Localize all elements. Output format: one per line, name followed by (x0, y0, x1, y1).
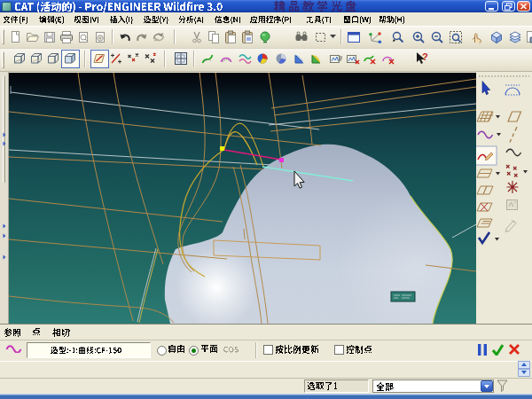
svg-text:?: ? (422, 51, 428, 62)
